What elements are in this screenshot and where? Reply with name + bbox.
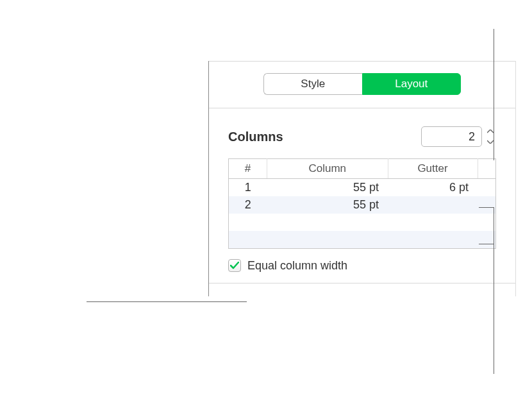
cell-gutter[interactable]: 6 pt xyxy=(388,179,478,197)
table-row-empty xyxy=(229,214,496,231)
columns-count-input[interactable] xyxy=(421,126,482,147)
columns-row: Columns xyxy=(228,126,496,147)
callout-line xyxy=(479,207,494,208)
cell-gutter[interactable] xyxy=(388,196,478,214)
panel-inner: Style Layout Columns xyxy=(209,61,515,296)
callout-line xyxy=(494,29,494,160)
callout-line xyxy=(87,301,247,302)
header-gutter: Gutter xyxy=(388,159,478,179)
stepper-up-icon[interactable] xyxy=(485,127,496,136)
checkmark-icon xyxy=(230,262,239,269)
columns-label: Columns xyxy=(228,130,283,144)
columns-control xyxy=(421,126,496,147)
cell-spacer xyxy=(478,179,496,197)
callout-line xyxy=(479,244,494,244)
table-row[interactable]: 1 55 pt 6 pt xyxy=(229,179,496,197)
tab-row: Style Layout xyxy=(263,73,461,95)
equal-width-label: Equal column width xyxy=(247,259,347,273)
cell-column[interactable]: 55 pt xyxy=(267,179,388,197)
cell-column[interactable]: 55 pt xyxy=(267,196,388,214)
tab-layout[interactable]: Layout xyxy=(362,73,461,95)
cell-num: 2 xyxy=(229,196,267,214)
tab-style[interactable]: Style xyxy=(263,73,362,95)
callout-line xyxy=(494,207,494,374)
columns-table: # Column Gutter 1 55 pt 6 pt 2 55 pt xyxy=(228,158,496,249)
equal-width-checkbox[interactable] xyxy=(228,259,241,272)
bottom-divider xyxy=(209,283,515,283)
section-divider xyxy=(209,108,515,108)
cell-num: 1 xyxy=(229,179,267,197)
table-row[interactable]: 2 55 pt xyxy=(229,196,496,214)
columns-stepper xyxy=(485,126,496,147)
header-num: # xyxy=(229,159,267,179)
table-header-row: # Column Gutter xyxy=(229,159,496,179)
header-spacer xyxy=(478,159,496,179)
header-column: Column xyxy=(267,159,388,179)
layout-panel: Style Layout Columns xyxy=(208,61,516,296)
table-row-empty xyxy=(229,231,496,248)
equal-width-row: Equal column width xyxy=(228,259,496,273)
stepper-down-icon[interactable] xyxy=(485,137,496,146)
